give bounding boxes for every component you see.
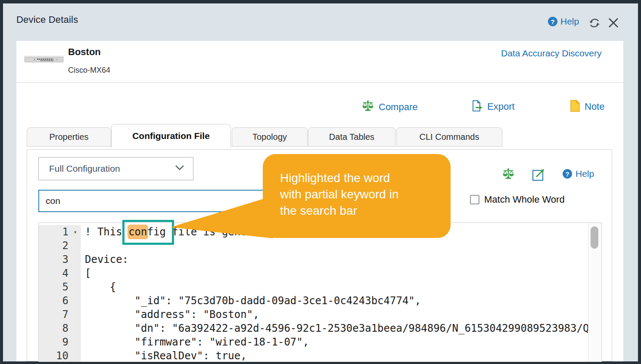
- scrollbar-thumb[interactable]: [591, 226, 598, 249]
- close-icon[interactable]: [607, 17, 619, 31]
- compare-config-icon[interactable]: [501, 167, 515, 183]
- export-button[interactable]: Export: [470, 99, 515, 114]
- scales-icon: [361, 99, 375, 115]
- export-icon: [470, 99, 483, 114]
- code-line: 4 [: [39, 266, 601, 280]
- code-line: 7 "address": "Boston",: [39, 308, 601, 321]
- search-highlight: con: [128, 225, 148, 239]
- code-line: 10 "isRealDev": true,: [39, 349, 601, 362]
- tab-configuration-file[interactable]: Configuration File: [111, 124, 231, 148]
- tab-cli-commands[interactable]: CLI Commands: [396, 127, 502, 147]
- help-icon: ?: [548, 17, 557, 26]
- tab-topology[interactable]: Topology: [232, 127, 308, 147]
- vertical-scrollbar[interactable]: [588, 223, 601, 362]
- code-line: 5 {: [39, 280, 601, 294]
- note-label: Note: [585, 101, 604, 112]
- config-type-value: Full Configuration: [49, 163, 120, 174]
- device-name: Boston: [68, 46, 101, 58]
- code-line: 3 Device:: [39, 253, 601, 266]
- search-help-label: Help: [576, 169, 594, 179]
- code-line: 8 "dn": "6a392422-a92d-4596-92c1-2530e3a…: [39, 321, 601, 335]
- match-whole-word-checkbox[interactable]: [470, 195, 479, 204]
- code-line: 9 "firmware": "wired-18-1-07",: [39, 335, 601, 349]
- match-whole-word-label: Match Whole Word: [484, 194, 565, 205]
- device-header: [16, 41, 623, 83]
- callout-bubble: Highlighted the word with partial keywor…: [263, 154, 451, 238]
- device-model: Cisco-MX64: [68, 66, 110, 75]
- device-image: [24, 54, 64, 65]
- help-label: Help: [560, 16, 579, 27]
- compare-label: Compare: [379, 102, 417, 113]
- code-line: 6 "_id": "75c3d70b-dadd-09ad-3ce1-0c4243…: [39, 294, 601, 308]
- code-lines: 1▾ ! This config file is generated 2 3 D…: [39, 223, 601, 362]
- collapse-caret-icon[interactable]: ▾: [74, 225, 77, 239]
- export-label: Export: [487, 101, 515, 112]
- data-accuracy-discovery-link[interactable]: Data Accuracy Discovery: [501, 48, 601, 59]
- code-line: 2: [39, 239, 601, 253]
- help-icon: ?: [563, 169, 572, 179]
- dialog-help-button[interactable]: ? Help: [548, 16, 579, 27]
- note-icon: [569, 99, 581, 114]
- refresh-icon[interactable]: [588, 17, 601, 31]
- open-in-new-window-icon[interactable]: [532, 168, 545, 183]
- config-type-dropdown[interactable]: Full Configuration: [38, 157, 193, 180]
- tab-properties[interactable]: Properties: [27, 127, 111, 147]
- tab-data-tables[interactable]: Data Tables: [308, 127, 395, 147]
- match-whole-word-option: Match Whole Word: [470, 194, 565, 205]
- chevron-down-icon: [175, 165, 184, 173]
- compare-button[interactable]: Compare: [361, 99, 417, 115]
- search-help-button[interactable]: ? Help: [563, 169, 594, 179]
- dialog-title: Device Details: [16, 14, 78, 25]
- note-button[interactable]: Note: [569, 99, 604, 114]
- configuration-code-viewer: 1▾ ! This config file is generated 2 3 D…: [38, 222, 602, 362]
